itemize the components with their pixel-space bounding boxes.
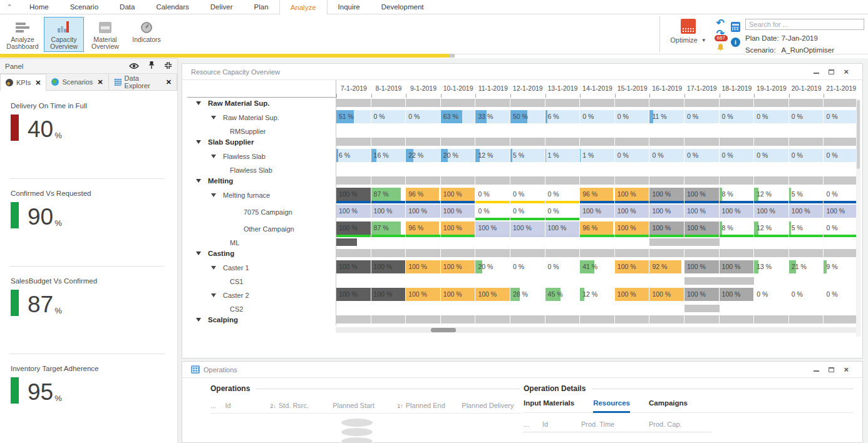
maximize-icon[interactable] — [829, 367, 834, 372]
capacity-cell[interactable]: 100 % — [720, 205, 754, 218]
capacity-cell[interactable]: 0 % — [475, 188, 510, 201]
capacity-cell[interactable]: 0 % — [824, 188, 858, 201]
collapse-arrow-icon[interactable] — [211, 116, 216, 120]
capacity-cell[interactable]: 13 % — [754, 260, 788, 273]
capacity-cell[interactable]: 22 % — [406, 149, 440, 162]
date-column-header[interactable]: 13-1-2019 — [545, 80, 581, 98]
date-column-header[interactable]: 10-1-2019 — [441, 80, 476, 98]
date-column-header[interactable]: 18-1-2019 — [720, 80, 755, 98]
operations-column-planned-delivery[interactable]: Planned Delivery — [462, 402, 520, 409]
capacity-cell[interactable]: 0 % — [545, 205, 580, 218]
capacity-cell[interactable]: 100 % — [615, 222, 649, 235]
capacity-cell[interactable]: 45 % — [545, 288, 580, 301]
capacity-cell[interactable]: 0 % — [615, 149, 649, 162]
capacity-cell[interactable]: 100 % — [406, 205, 440, 218]
capacity-cell[interactable]: 100 % — [371, 288, 406, 301]
capacity-cell[interactable]: 100 % — [685, 288, 719, 301]
capacity-cell[interactable]: 0 % — [510, 188, 545, 201]
close-icon[interactable]: × — [844, 367, 849, 373]
capacity-cell[interactable]: 100 % — [336, 188, 371, 201]
date-column-header[interactable]: 11-1-2019 — [475, 80, 510, 98]
capacity-cell[interactable]: 100 % — [649, 188, 684, 201]
capacity-cell[interactable]: 0 % — [406, 110, 440, 123]
capacity-cell[interactable]: 33 % — [475, 110, 510, 123]
menu-item-scenario[interactable]: Scenario — [59, 0, 109, 14]
capacity-cell[interactable]: 0 % — [720, 110, 754, 123]
capacity-cell[interactable]: 100 % — [441, 188, 475, 201]
capacity-cell[interactable]: 21 % — [789, 260, 824, 273]
ribbon-button-analyze-dashboard[interactable]: Analyze Dashboard — [3, 17, 43, 52]
menu-item-plan[interactable]: Plan — [244, 0, 279, 14]
optimize-dropdown-caret-icon[interactable]: ▼ — [701, 38, 706, 43]
date-column-header[interactable]: 16-1-2019 — [649, 80, 685, 98]
minimize-icon[interactable] — [814, 69, 819, 74]
capacity-cell[interactable]: 100 % — [649, 222, 684, 235]
capacity-cell[interactable]: 41 % — [580, 260, 614, 273]
collapse-arrow-icon[interactable] — [196, 318, 201, 322]
capacity-cell[interactable]: 0 % — [685, 110, 719, 123]
capacity-cell[interactable]: 12 % — [475, 149, 510, 162]
date-column-header[interactable]: 21-1-2019 — [824, 80, 859, 98]
capacity-cell[interactable]: 100 % — [371, 260, 406, 273]
capacity-cell[interactable]: 0 % — [545, 188, 580, 201]
detail-column-[interactable]: ... — [524, 420, 542, 428]
app-caret-icon[interactable]: ⌃ — [0, 0, 19, 14]
capacity-cell[interactable]: 0 % — [789, 149, 824, 162]
ribbon-button-indicators[interactable]: Indicators — [127, 17, 167, 52]
operations-column-[interactable]: ... — [210, 402, 225, 409]
eye-icon[interactable] — [129, 61, 139, 72]
capacity-cell[interactable]: 9 % — [824, 260, 858, 273]
info-icon[interactable]: i — [731, 38, 740, 47]
capacity-cell[interactable]: 100 % — [789, 205, 824, 218]
capacity-cell[interactable]: 0 % — [789, 288, 824, 301]
capacity-cell[interactable]: 100 % — [475, 288, 510, 301]
capacity-cell[interactable]: 0 % — [545, 260, 580, 273]
detail-tab-resources[interactable]: Resources — [593, 399, 630, 413]
undo-icon[interactable]: ↶ — [716, 18, 725, 28]
capacity-cell[interactable]: 63 % — [441, 110, 475, 123]
hscroll-thumb[interactable] — [431, 328, 456, 332]
operations-column-planned-end[interactable]: 1↑Planned End — [397, 402, 462, 409]
capacity-cell[interactable]: 6 % — [545, 110, 580, 123]
capacity-cell[interactable]: 5 % — [789, 188, 824, 201]
capacity-cell[interactable]: 100 % — [545, 222, 580, 235]
ribbon-button-capacity-overview[interactable]: Capacity Overview — [44, 17, 84, 52]
menu-item-home[interactable]: Home — [19, 0, 59, 14]
capacity-cell[interactable]: 1 % — [545, 149, 580, 162]
capacity-cell[interactable]: 0 % — [475, 205, 510, 218]
capacity-cell[interactable]: 0 % — [649, 149, 684, 162]
capacity-cell[interactable]: 0 % — [824, 288, 858, 301]
tab-close-icon[interactable]: ✕ — [35, 79, 41, 87]
capacity-cell[interactable]: 100 % — [615, 288, 649, 301]
operations-column-id[interactable]: Id — [225, 402, 270, 409]
capacity-cell[interactable]: 100 % — [441, 205, 475, 218]
capacity-cell[interactable]: 92 % — [649, 260, 684, 273]
capacity-cell[interactable]: 87 % — [371, 188, 406, 201]
capacity-cell[interactable]: 5 % — [789, 222, 824, 235]
menu-item-deliver[interactable]: Deliver — [200, 0, 244, 14]
pin-icon[interactable] — [148, 61, 155, 72]
capacity-cell[interactable]: 100 % — [406, 288, 440, 301]
date-column-header[interactable]: 14-1-2019 — [580, 80, 615, 98]
ribbon-button-material-overview[interactable]: Material Overview — [85, 17, 125, 52]
minimize-icon[interactable] — [814, 367, 819, 372]
capacity-cell[interactable]: 100 % — [336, 222, 371, 235]
capacity-cell[interactable]: 100 % — [649, 288, 684, 301]
panel-tab-data-explorer[interactable]: Data Explorer✕ — [109, 74, 177, 90]
capacity-cell[interactable]: 96 % — [580, 222, 614, 235]
capacity-cell[interactable]: 5 % — [510, 149, 545, 162]
operations-column-planned-start[interactable]: Planned Start — [333, 402, 397, 409]
detail-column-id[interactable]: Id — [542, 420, 581, 428]
capacity-cell[interactable]: 0 % — [754, 149, 788, 162]
detail-tab-campaigns[interactable]: Campaigns — [649, 399, 688, 412]
capacity-cell[interactable]: 0 % — [789, 110, 824, 123]
capacity-cell[interactable]: 8 % — [720, 188, 754, 201]
menu-item-inquire[interactable]: Inquire — [328, 0, 371, 14]
calculator-icon[interactable] — [731, 22, 740, 32]
capacity-cell[interactable]: 0 % — [510, 260, 545, 273]
date-column-header[interactable]: 8-1-2019 — [371, 80, 406, 98]
collapse-arrow-icon[interactable] — [211, 293, 216, 297]
capacity-cell[interactable]: 0 % — [754, 110, 788, 123]
capacity-cell[interactable]: 12 % — [754, 222, 788, 235]
vscroll-thumb[interactable] — [857, 100, 860, 169]
